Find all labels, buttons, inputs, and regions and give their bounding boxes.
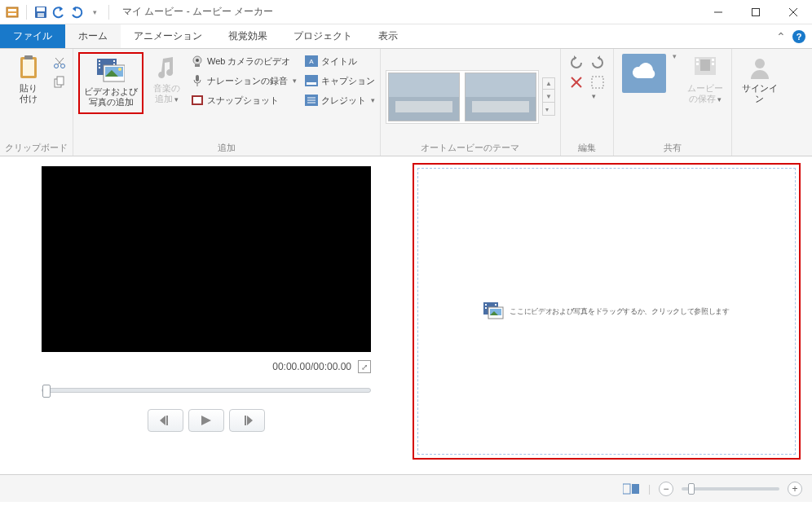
svg-rect-4 — [37, 7, 45, 11]
credit-icon — [305, 94, 318, 107]
caption-icon — [305, 74, 318, 87]
select-all-icon[interactable]: ▾ — [590, 75, 605, 101]
maximize-button[interactable] — [737, 0, 774, 24]
group-add: ビデオおよび 写真の追加 音楽の 追加▾ Web カメラのビデオ ナレーションの… — [73, 49, 381, 156]
cloud-icon — [622, 54, 666, 93]
quick-access-toolbar: ▾ — [0, 5, 113, 20]
signin-button[interactable]: サインイン — [737, 52, 783, 108]
seek-thumb[interactable] — [42, 385, 51, 398]
gallery-up-icon[interactable]: ▲ — [543, 78, 554, 90]
seek-slider[interactable] — [42, 388, 371, 393]
zoom-thumb[interactable] — [688, 483, 695, 495]
svg-rect-57 — [485, 307, 487, 309]
zoom-in-button[interactable]: + — [788, 482, 802, 496]
save-icon[interactable] — [33, 5, 48, 20]
webcam-icon — [191, 55, 204, 68]
svg-rect-53 — [166, 416, 168, 425]
theme-thumb-1[interactable] — [388, 73, 460, 121]
timeline-drop-area[interactable]: ここにビデオおよび写真をドラッグするか、クリックして参照します — [417, 168, 796, 455]
play-button[interactable] — [188, 409, 224, 432]
svg-rect-21 — [99, 64, 100, 65]
theme-gallery[interactable] — [386, 70, 539, 124]
svg-rect-51 — [700, 59, 710, 71]
svg-rect-45 — [592, 77, 603, 88]
tab-view[interactable]: 表示 — [365, 24, 411, 48]
add-video-photo-button[interactable]: ビデオおよび 写真の追加 — [82, 55, 140, 111]
svg-rect-61 — [623, 484, 630, 494]
delete-icon[interactable] — [569, 75, 584, 101]
group-edit: ▾ 編集 — [561, 49, 614, 156]
microphone-icon — [191, 74, 204, 87]
snapshot-button[interactable]: スナップショット — [191, 91, 297, 109]
group-label-edit: 編集 — [578, 141, 596, 154]
svg-rect-18 — [57, 77, 64, 85]
cut-icon[interactable] — [53, 54, 66, 72]
group-label-clipboard: クリップボード — [5, 141, 68, 154]
svg-rect-23 — [113, 60, 115, 62]
fullscreen-icon[interactable]: ⤢ — [358, 360, 371, 373]
title-button[interactable]: Aタイトル — [305, 52, 375, 70]
narration-button[interactable]: ナレーションの録音▾ — [191, 72, 297, 90]
add-music-button[interactable]: 音楽の 追加▾ — [147, 52, 186, 108]
view-toggle-icon[interactable] — [622, 482, 640, 496]
tab-project[interactable]: プロジェクト — [280, 24, 365, 48]
theme-thumb-2[interactable] — [465, 73, 536, 121]
svg-rect-48 — [696, 63, 699, 65]
rotate-right-icon[interactable] — [590, 55, 605, 70]
qat-dropdown-icon[interactable]: ▾ — [87, 5, 102, 20]
video-preview[interactable] — [42, 166, 371, 352]
help-icon[interactable]: ? — [792, 30, 805, 43]
tab-file[interactable]: ファイル — [0, 24, 65, 48]
save-movie-button[interactable]: ムービー の保存▾ — [684, 52, 726, 108]
undo-icon[interactable] — [51, 5, 66, 20]
add-video-photo-highlight: ビデオおよび 写真の追加 — [78, 52, 143, 114]
zoom-slider[interactable] — [682, 487, 779, 491]
minimize-button[interactable] — [699, 0, 737, 24]
svg-rect-22 — [99, 67, 100, 68]
gallery-more-icon[interactable]: ▾ — [543, 104, 554, 115]
svg-rect-50 — [712, 63, 714, 65]
group-signin: サインイン — [732, 49, 788, 156]
svg-point-52 — [755, 59, 765, 68]
svg-rect-11 — [23, 59, 34, 76]
collapse-ribbon-icon[interactable]: ⌃ — [776, 30, 786, 43]
share-cloud-button[interactable] — [619, 52, 669, 95]
window-buttons — [699, 0, 812, 24]
user-icon — [746, 54, 774, 81]
rotate-left-icon[interactable] — [569, 55, 584, 70]
svg-rect-30 — [195, 64, 200, 67]
video-photo-icon — [97, 57, 125, 85]
svg-rect-62 — [632, 484, 639, 494]
music-note-icon — [152, 54, 180, 81]
group-label-add: 追加 — [218, 141, 236, 154]
svg-rect-47 — [696, 59, 699, 61]
share-more-icon[interactable]: ▾ — [673, 52, 681, 60]
svg-rect-56 — [485, 304, 487, 306]
credit-button[interactable]: クレジット▾ — [305, 91, 375, 109]
redo-icon[interactable] — [69, 5, 84, 20]
close-button[interactable] — [774, 0, 812, 24]
tab-home[interactable]: ホーム — [65, 24, 121, 48]
svg-rect-7 — [752, 8, 760, 15]
statusbar: | − + — [0, 474, 812, 502]
svg-rect-0 — [7, 7, 18, 17]
zoom-out-button[interactable]: − — [659, 482, 673, 496]
drop-hint: ここにビデオおよび写真をドラッグするか、クリックして参照します — [483, 302, 730, 320]
drop-hint-icon — [483, 302, 505, 320]
snapshot-icon — [191, 94, 204, 107]
gallery-down-icon[interactable]: ▼ — [543, 91, 554, 103]
tab-animation[interactable]: アニメーション — [121, 24, 215, 48]
svg-rect-54 — [245, 416, 246, 425]
svg-rect-58 — [495, 304, 496, 306]
copy-icon[interactable] — [53, 73, 66, 91]
caption-button[interactable]: キャプション — [305, 72, 375, 90]
film-save-icon — [691, 54, 719, 81]
webcam-video-button[interactable]: Web カメラのビデオ — [191, 52, 297, 70]
paste-button[interactable]: 貼り 付け — [7, 52, 50, 108]
svg-rect-2 — [8, 13, 16, 15]
tab-visual-effects[interactable]: 視覚効果 — [215, 24, 280, 48]
time-display: 00:00.00/00:00.00 — [272, 361, 351, 372]
next-frame-button[interactable] — [229, 409, 265, 432]
svg-rect-49 — [712, 59, 714, 61]
prev-frame-button[interactable] — [148, 409, 183, 432]
